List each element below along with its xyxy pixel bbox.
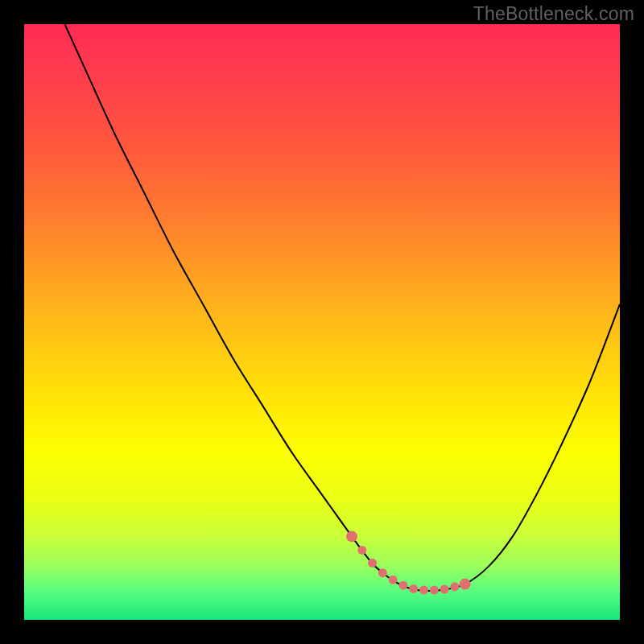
chart-frame: TheBottleneck.com xyxy=(0,0,644,644)
highlight-dot-group xyxy=(346,530,471,594)
plot-area xyxy=(24,24,620,620)
highlight-dot xyxy=(398,581,407,590)
highlight-dot xyxy=(378,568,387,577)
highlight-dot xyxy=(357,546,366,555)
highlight-dot xyxy=(419,586,428,595)
highlight-dot xyxy=(368,559,377,568)
bottleneck-curve-line xyxy=(24,24,620,591)
highlight-dot xyxy=(409,584,418,593)
highlight-dot xyxy=(389,576,398,584)
bottleneck-curve-svg xyxy=(24,24,620,620)
highlight-dot xyxy=(460,579,471,590)
highlight-dot xyxy=(430,586,439,595)
watermark-text: TheBottleneck.com xyxy=(473,3,634,25)
highlight-dot xyxy=(450,582,459,591)
highlight-dot xyxy=(440,584,449,593)
highlight-dot xyxy=(346,530,357,542)
